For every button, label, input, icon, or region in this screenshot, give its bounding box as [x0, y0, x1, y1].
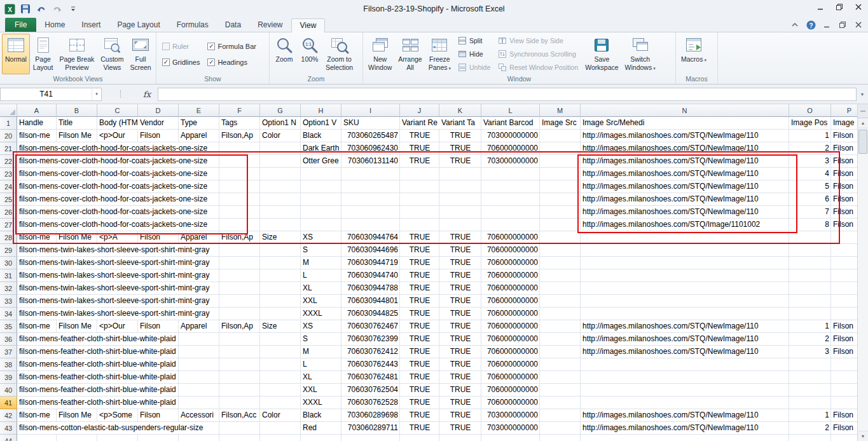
- cell-G30[interactable]: [260, 257, 301, 269]
- cell-F33[interactable]: [219, 295, 260, 308]
- cell-O40[interactable]: [789, 384, 831, 397]
- row-header-35[interactable]: 35: [0, 320, 17, 333]
- cell-J26[interactable]: [400, 206, 439, 219]
- undo-button[interactable]: [35, 3, 48, 15]
- row-header-22[interactable]: 22: [0, 155, 17, 168]
- cell-N29[interactable]: [581, 244, 789, 257]
- tab-formulas[interactable]: Formulas: [169, 18, 217, 32]
- tab-file[interactable]: File: [5, 18, 36, 32]
- cell-M43[interactable]: [540, 422, 581, 435]
- cell-G33[interactable]: [260, 295, 301, 308]
- cell-G23[interactable]: [260, 168, 301, 180]
- button-freeze-panes[interactable]: *FreezePanes▾: [425, 34, 454, 74]
- column-header-F[interactable]: F: [219, 104, 260, 116]
- cell-N39[interactable]: [581, 371, 789, 384]
- row-header-34[interactable]: 34: [0, 308, 17, 320]
- cell-N33[interactable]: [581, 295, 789, 308]
- cell-P30[interactable]: [831, 257, 857, 269]
- cell-F39[interactable]: [219, 371, 260, 384]
- button-100[interactable]: 1:1100%: [297, 34, 322, 74]
- column-header-G[interactable]: G: [260, 104, 301, 116]
- cell-J25[interactable]: [400, 193, 439, 206]
- cell-G31[interactable]: [260, 269, 301, 282]
- button-switch-windows[interactable]: SwitchWindows▾: [622, 34, 659, 74]
- row-header-44[interactable]: 44: [0, 435, 17, 441]
- cell-G38[interactable]: [260, 358, 301, 371]
- row-header-29[interactable]: 29: [0, 244, 17, 257]
- cell-M33[interactable]: [540, 295, 581, 308]
- column-header-O[interactable]: O: [789, 104, 831, 116]
- row-header-33[interactable]: 33: [0, 295, 17, 308]
- row-header-43[interactable]: 43: [0, 422, 17, 435]
- cell-N40[interactable]: [581, 384, 789, 397]
- column-header-H[interactable]: H: [301, 104, 341, 116]
- cell-F21[interactable]: [219, 142, 260, 155]
- cell-H25[interactable]: [301, 193, 341, 206]
- cell-H44[interactable]: [301, 435, 341, 441]
- cell-O39[interactable]: [789, 371, 831, 384]
- cell-H27[interactable]: [301, 219, 341, 231]
- cell-I27[interactable]: [341, 219, 400, 231]
- cell-N44[interactable]: [581, 435, 789, 441]
- cell-K26[interactable]: [439, 206, 481, 219]
- cell-M32[interactable]: [540, 282, 581, 295]
- cell-B44[interactable]: [57, 435, 97, 441]
- cell-G34[interactable]: [260, 308, 301, 320]
- row-header-31[interactable]: 31: [0, 269, 17, 282]
- cell-F26[interactable]: [219, 206, 260, 219]
- qat-caret-button[interactable]: [67, 3, 79, 15]
- cell-F24[interactable]: [219, 180, 260, 193]
- row-header-25[interactable]: 25: [0, 193, 17, 206]
- cell-M37[interactable]: [540, 346, 581, 358]
- button-macros[interactable]: Macros▾: [678, 34, 710, 74]
- cell-L44[interactable]: [481, 435, 540, 441]
- cell-F40[interactable]: [219, 384, 260, 397]
- cell-L24[interactable]: [481, 180, 540, 193]
- cell-M34[interactable]: [540, 308, 581, 320]
- cell-F36[interactable]: [219, 333, 260, 346]
- row-header-24[interactable]: 24: [0, 180, 17, 193]
- cell-H24[interactable]: [301, 180, 341, 193]
- cell-C44[interactable]: [97, 435, 138, 441]
- formula-input[interactable]: [158, 88, 857, 101]
- cell-F31[interactable]: [219, 269, 260, 282]
- cell-G26[interactable]: [260, 206, 301, 219]
- cell-M40[interactable]: [540, 384, 581, 397]
- button-zoom-to-selection[interactable]: Zoom toSelection: [322, 34, 356, 74]
- tab-review[interactable]: Review: [249, 18, 291, 32]
- cell-M38[interactable]: [540, 358, 581, 371]
- cell-E37[interactable]: [179, 346, 219, 358]
- close-button[interactable]: [849, 0, 868, 14]
- cell-J44[interactable]: [400, 435, 439, 441]
- vertical-scrollbar[interactable]: ▲ ▼: [857, 104, 868, 441]
- cell-M39[interactable]: [540, 371, 581, 384]
- cell-L27[interactable]: [481, 219, 540, 231]
- redo-button[interactable]: [51, 3, 64, 15]
- row-header-30[interactable]: 30: [0, 257, 17, 269]
- cell-M29[interactable]: [540, 244, 581, 257]
- cell-M28[interactable]: [540, 231, 581, 244]
- row-header-26[interactable]: 26: [0, 206, 17, 219]
- cell-P44[interactable]: [831, 435, 857, 441]
- column-header-N[interactable]: N: [581, 104, 789, 116]
- save-button[interactable]: [19, 3, 32, 15]
- cell-M35[interactable]: [540, 320, 581, 333]
- cell-O33[interactable]: [789, 295, 831, 308]
- cell-O32[interactable]: [789, 282, 831, 295]
- row-header-39[interactable]: 39: [0, 371, 17, 384]
- cell-M25[interactable]: [540, 193, 581, 206]
- button-synchronous-scrolling[interactable]: Synchronous Scrolling: [496, 48, 580, 60]
- formula-bar-expand-icon[interactable]: ▾: [857, 92, 868, 97]
- column-header-L[interactable]: L: [481, 104, 540, 116]
- cell-M20[interactable]: [540, 130, 581, 142]
- cell-E38[interactable]: [179, 358, 219, 371]
- column-header-M[interactable]: M: [540, 104, 581, 116]
- cell-P38[interactable]: [831, 358, 857, 371]
- cell-F27[interactable]: [219, 219, 260, 231]
- cell-L26[interactable]: [481, 206, 540, 219]
- cell-F41[interactable]: [219, 397, 260, 409]
- cell-M21[interactable]: [540, 142, 581, 155]
- cell-G29[interactable]: [260, 244, 301, 257]
- cell-O31[interactable]: [789, 269, 831, 282]
- scroll-down-icon[interactable]: ▼: [858, 431, 868, 441]
